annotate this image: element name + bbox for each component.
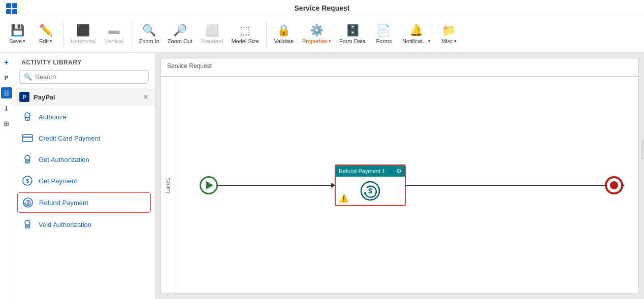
- activity-library-sidebar: ACTIVITY LIBRARY 🔍 P PayPal ✕ Authorize …: [13, 53, 155, 299]
- search-input[interactable]: [35, 73, 144, 81]
- section-title: P PayPal: [19, 92, 55, 102]
- svg-line-7: [26, 162, 27, 163]
- standard-button[interactable]: ⬜ Standard: [198, 19, 227, 50]
- sidebar-collapse-button[interactable]: ‹: [642, 141, 644, 159]
- add-button[interactable]: +: [1, 57, 12, 68]
- horizontal-button[interactable]: ⬛ Horizontal: [68, 19, 99, 50]
- zoom-out-button[interactable]: 🔎 Zoom Out: [165, 19, 196, 50]
- svg-text:$: $: [368, 187, 372, 195]
- notifications-button[interactable]: 🔔 Notificat... ▾: [399, 19, 434, 50]
- credit-card-icon: [21, 132, 34, 144]
- activity-node-body: $ ⚠️: [336, 177, 405, 205]
- svg-text:$: $: [26, 201, 29, 206]
- info-icon[interactable]: ℹ: [1, 103, 12, 114]
- void-auth-icon: [21, 218, 34, 230]
- authorize-icon: [21, 111, 34, 123]
- warning-icon: ⚠️: [339, 193, 349, 203]
- start-event[interactable]: [200, 176, 218, 194]
- zoom-out-icon: 🔎: [173, 25, 187, 36]
- activity-gear-icon[interactable]: ⚙: [396, 168, 402, 175]
- library-item-credit-card-payment[interactable]: Credit Card Payment: [13, 127, 155, 149]
- search-icon: 🔍: [24, 73, 32, 81]
- refund-icon-svg: $: [359, 180, 381, 202]
- canvas-container: Service Request Lane1 Refund Paymen: [160, 58, 639, 294]
- misc-icon: 📁: [442, 25, 456, 36]
- canvas-lane: Lane1 Refund Payment.1 ⚙: [161, 76, 638, 293]
- svg-rect-3: [22, 135, 33, 142]
- form-data-button[interactable]: 🗄️ Form Data: [336, 19, 369, 50]
- forms-button[interactable]: 📄 Forms: [371, 19, 397, 50]
- paypal-bar-icon[interactable]: P: [1, 72, 12, 83]
- divider-3: [266, 22, 267, 47]
- model-size-icon: ⬚: [240, 25, 250, 36]
- form-data-icon: 🗄️: [346, 25, 360, 36]
- toolbar: 💾 Save ▾ ✏️ Edit ▾ ⬛ Horizontal ▬ Vertic…: [0, 16, 644, 53]
- vertical-button[interactable]: ▬ Vertical: [101, 19, 127, 50]
- library-icon[interactable]: ☰: [1, 87, 12, 98]
- sidebar-header: ACTIVITY LIBRARY: [13, 53, 155, 70]
- zoom-in-button[interactable]: 🔍 Zoom In: [136, 19, 163, 50]
- misc-button[interactable]: 📁 Misc ▾: [436, 19, 462, 50]
- model-size-button[interactable]: ⬚ Model Size: [228, 19, 262, 50]
- properties-button[interactable]: ⚙️ Properties ▾: [299, 19, 334, 50]
- forms-icon: 📄: [377, 25, 391, 36]
- edit-button[interactable]: ✏️ Edit ▾: [33, 19, 59, 50]
- standard-icon: ⬜: [205, 25, 219, 36]
- library-item-authorize[interactable]: Authorize: [13, 106, 155, 127]
- canvas-wrapper: Service Request Lane1 Refund Paymen: [155, 53, 644, 299]
- get-payment-icon: $: [21, 175, 34, 187]
- refund-payment-icon: $: [22, 196, 34, 209]
- edit-icon: ✏️: [39, 25, 53, 36]
- notifications-icon: 🔔: [409, 25, 423, 36]
- connector-start-to-activity: [218, 185, 335, 186]
- library-item-refund-payment[interactable]: $ Refund Payment: [17, 192, 151, 213]
- end-event[interactable]: [605, 176, 623, 194]
- icon-bar: + P ☰ ℹ ⊞: [0, 53, 13, 299]
- paypal-section-header: P PayPal ✕: [13, 88, 155, 106]
- grid-icon[interactable]: ⊞: [1, 118, 12, 129]
- window-title: Service Request: [295, 4, 350, 12]
- app-grid-icon: [6, 3, 17, 14]
- refund-payment-node[interactable]: Refund Payment.1 ⚙ $ ⚠️: [335, 164, 406, 206]
- library-item-get-authorization[interactable]: Get Authorization: [13, 149, 155, 170]
- properties-icon: ⚙️: [310, 25, 324, 36]
- section-close-button[interactable]: ✕: [143, 93, 149, 101]
- play-icon: [206, 181, 213, 189]
- activity-node-header: Refund Payment.1 ⚙: [336, 165, 405, 177]
- save-icon: 💾: [11, 25, 24, 36]
- save-button[interactable]: 💾 Save ▾: [4, 19, 30, 50]
- lane-label: Lane1: [161, 77, 175, 293]
- library-item-void-authorization[interactable]: Void Authorization: [13, 214, 155, 235]
- end-inner: [610, 181, 618, 189]
- svg-text:$: $: [26, 178, 29, 184]
- svg-line-8: [27, 161, 29, 163]
- top-bar: Service Request: [0, 0, 644, 16]
- zoom-in-icon: 🔍: [142, 25, 156, 36]
- paypal-logo: P: [19, 92, 29, 102]
- divider-2: [132, 22, 132, 47]
- flow-area: Refund Payment.1 ⚙ $ ⚠️: [175, 77, 638, 293]
- main-area: + P ☰ ℹ ⊞ ACTIVITY LIBRARY 🔍 P PayPal ✕ …: [0, 53, 644, 299]
- validate-button[interactable]: 🔒 Validate: [271, 19, 297, 50]
- canvas-title: Service Request: [167, 62, 212, 70]
- connector-activity-to-end: [406, 185, 624, 186]
- vertical-icon: ▬: [109, 25, 120, 36]
- validate-icon: 🔒: [277, 25, 291, 36]
- divider-1: [63, 22, 63, 47]
- library-item-get-payment[interactable]: $ Get Payment: [13, 170, 155, 191]
- horizontal-icon: ⬛: [76, 25, 90, 36]
- search-box[interactable]: 🔍: [19, 70, 149, 84]
- get-auth-icon: [21, 153, 34, 165]
